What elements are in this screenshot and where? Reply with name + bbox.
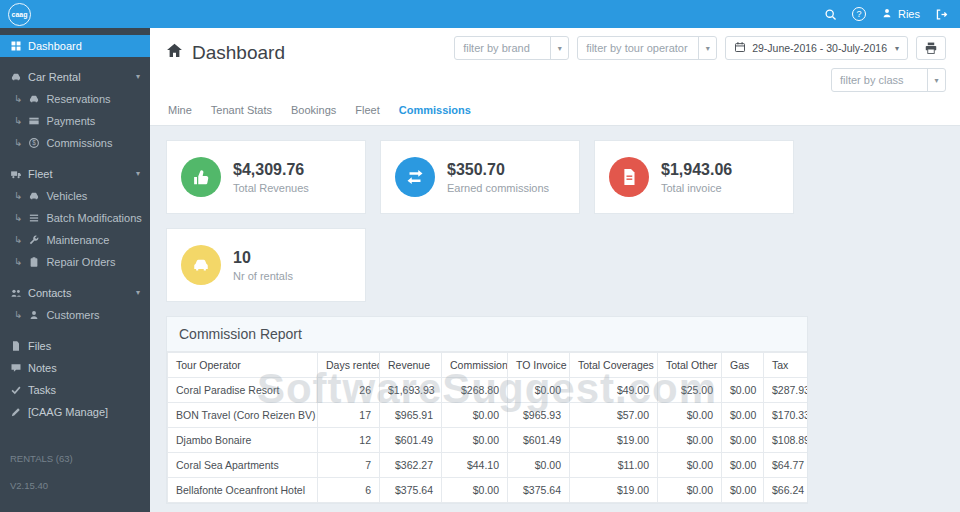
dashboard-icon bbox=[10, 40, 22, 52]
value-cell: $0.00 bbox=[442, 403, 508, 428]
topbar-actions: ? Ries bbox=[824, 7, 948, 21]
sidebar-item-repair-orders[interactable]: ↳Repair Orders bbox=[0, 251, 150, 273]
logo-text: caag bbox=[12, 11, 28, 18]
value-cell: $44.10 bbox=[442, 453, 508, 478]
sub-arrow-icon: ↳ bbox=[14, 93, 22, 105]
tab-tenant-stats[interactable]: Tenant Stats bbox=[211, 104, 272, 116]
sidebar-item-batch-modifications[interactable]: ↳Batch Modifications bbox=[0, 207, 150, 229]
user-menu[interactable]: Ries bbox=[881, 7, 920, 21]
value-cell: 6 bbox=[318, 478, 380, 503]
sidebar-item-maintenance[interactable]: ↳Maintenance bbox=[0, 229, 150, 251]
sidebar-item-label: Reservations bbox=[46, 93, 110, 105]
sidebar-item-tasks[interactable]: Tasks bbox=[0, 379, 150, 401]
tour-operator-filter-select[interactable]: filter by tour operator ▾ bbox=[577, 36, 717, 60]
sidebar-item-label: Notes bbox=[28, 362, 57, 374]
class-filter-select[interactable]: filter by class ▾ bbox=[831, 68, 946, 92]
thumbs-up-icon bbox=[181, 157, 221, 197]
user-icon bbox=[28, 309, 40, 321]
sidebar-item-car-rental[interactable]: Car Rental▾ bbox=[0, 66, 150, 88]
date-range-picker[interactable]: 29-June-2016 - 30-July-2016 ▾ bbox=[725, 36, 908, 60]
value-cell: $25.00 bbox=[658, 378, 722, 403]
sidebar-item-customers[interactable]: ↳Customers bbox=[0, 304, 150, 326]
app-logo[interactable]: caag bbox=[8, 3, 31, 26]
value-cell: $0.00 bbox=[722, 378, 764, 403]
dashboard-tabs: MineTenant StatsBookingsFleetCommissions bbox=[166, 94, 946, 125]
value-cell: 12 bbox=[318, 428, 380, 453]
help-icon[interactable]: ? bbox=[852, 7, 866, 21]
print-button[interactable] bbox=[916, 36, 946, 60]
sidebar-item-label: Customers bbox=[46, 309, 99, 321]
chevron-down-icon: ▾ bbox=[895, 44, 899, 53]
value-cell: $0.00 bbox=[722, 478, 764, 503]
column-header-to-invoice: TO Invoice bbox=[508, 353, 570, 378]
money-icon: $ bbox=[28, 137, 40, 149]
wrench-icon bbox=[28, 234, 40, 246]
stat-label: Earned commissions bbox=[447, 182, 549, 194]
sidebar-item-dashboard[interactable]: Dashboard bbox=[0, 35, 150, 57]
value-cell: $601.49 bbox=[380, 428, 442, 453]
filters: filter by brand ▾ filter by tour operato… bbox=[454, 36, 946, 92]
users-icon bbox=[10, 287, 22, 299]
stat-value: $1,943.06 bbox=[661, 161, 732, 179]
value-cell: $375.64 bbox=[508, 478, 570, 503]
tab-commissions[interactable]: Commissions bbox=[399, 104, 471, 116]
report-title: Commission Report bbox=[167, 317, 807, 352]
value-cell: $375.64 bbox=[380, 478, 442, 503]
search-icon[interactable] bbox=[824, 8, 837, 21]
value-cell: $19.00 bbox=[570, 478, 658, 503]
topbar: caag ? Ries bbox=[0, 0, 960, 28]
sidebar-item-reservations[interactable]: ↳Reservations bbox=[0, 88, 150, 110]
sidebar-item-files[interactable]: Files bbox=[0, 335, 150, 357]
value-cell: $64.77 bbox=[764, 453, 809, 478]
tab-bookings[interactable]: Bookings bbox=[291, 104, 336, 116]
rentals-count: RENTALS (63) bbox=[0, 453, 150, 464]
column-header-tour-operator: Tour Operator bbox=[168, 353, 318, 378]
version-label: V2.15.40 bbox=[0, 480, 150, 491]
logout-icon[interactable] bbox=[935, 8, 948, 21]
sidebar-nav: DashboardCar Rental▾↳Reservations↳Paymen… bbox=[0, 35, 150, 423]
tour-operator-cell: Bellafonte Oceanfront Hotel bbox=[168, 478, 318, 503]
sidebar-item-caag-manage[interactable]: [CAAG Manage] bbox=[0, 401, 150, 423]
column-header-revenue: Revenue bbox=[380, 353, 442, 378]
tab-fleet[interactable]: Fleet bbox=[355, 104, 379, 116]
value-cell: $108.89 bbox=[764, 428, 809, 453]
car-icon bbox=[10, 71, 22, 83]
chevron-down-icon: ▾ bbox=[136, 168, 140, 180]
calendar-icon bbox=[734, 41, 746, 55]
sidebar-item-notes[interactable]: Notes bbox=[0, 357, 150, 379]
table-row: Bellafonte Oceanfront Hotel6$375.64$0.00… bbox=[168, 478, 809, 503]
sidebar-item-label: Maintenance bbox=[46, 234, 109, 246]
clipboard-icon bbox=[28, 256, 40, 268]
dashboard-content: $4,309.76Total Revenues$350.70Earned com… bbox=[150, 126, 960, 512]
sidebar-item-fleet[interactable]: Fleet▾ bbox=[0, 163, 150, 185]
value-cell: $0.00 bbox=[722, 428, 764, 453]
column-header-total-coverages: Total Coverages bbox=[570, 353, 658, 378]
table-row: Coral Sea Apartments7$362.27$44.10$0.00$… bbox=[168, 453, 809, 478]
chevron-down-icon: ▾ bbox=[136, 71, 140, 83]
sidebar-item-commissions[interactable]: ↳$Commissions bbox=[0, 132, 150, 154]
column-header-gas: Gas bbox=[722, 353, 764, 378]
sidebar-item-payments[interactable]: ↳Payments bbox=[0, 110, 150, 132]
fleet-icon bbox=[10, 168, 22, 180]
sub-arrow-icon: ↳ bbox=[14, 309, 22, 321]
value-cell: $170.33 bbox=[764, 403, 809, 428]
column-header-total-other: Total Other bbox=[658, 353, 722, 378]
stat-card-total-revenues: $4,309.76Total Revenues bbox=[166, 140, 366, 214]
brand-filter-select[interactable]: filter by brand ▾ bbox=[454, 36, 569, 60]
sidebar-item-label: Car Rental bbox=[28, 71, 81, 83]
value-cell: $0.00 bbox=[658, 453, 722, 478]
value-cell: 17 bbox=[318, 403, 380, 428]
value-cell: $66.24 bbox=[764, 478, 809, 503]
sub-arrow-icon: ↳ bbox=[14, 256, 22, 268]
app-shell: DashboardCar Rental▾↳Reservations↳Paymen… bbox=[0, 28, 960, 512]
sidebar-item-vehicles[interactable]: ↳Vehicles bbox=[0, 185, 150, 207]
value-cell: $0.00 bbox=[658, 428, 722, 453]
file-icon bbox=[10, 340, 22, 352]
app-window: caag ? Ries DashboardCar Rental▾↳Reserva… bbox=[0, 0, 960, 512]
value-cell: $0.00 bbox=[508, 378, 570, 403]
value-cell: $0.00 bbox=[442, 478, 508, 503]
page-header: Dashboard filter by brand ▾ filter by to… bbox=[150, 28, 960, 126]
sidebar-item-contacts[interactable]: Contacts▾ bbox=[0, 282, 150, 304]
chevron-down-icon: ▾ bbox=[927, 69, 945, 91]
tab-mine[interactable]: Mine bbox=[168, 104, 192, 116]
